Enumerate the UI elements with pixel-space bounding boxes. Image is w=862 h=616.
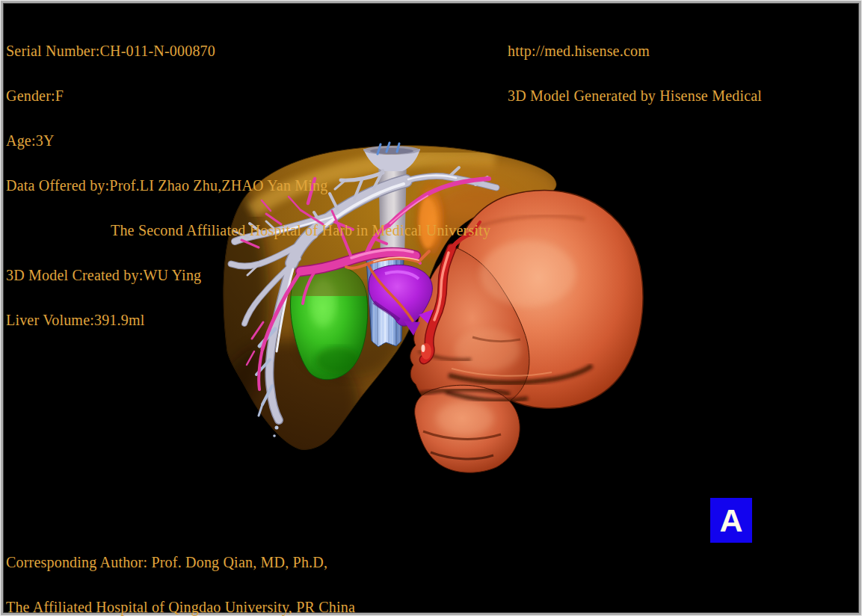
liver-volume-label: Liver Volume:391.9ml [6, 312, 490, 327]
vendor-url-label: http://med.hisense.com [508, 43, 762, 58]
age-label: Age:3Y [6, 133, 490, 148]
generated-by-label: 3D Model Generated by Hisense Medical [508, 88, 762, 103]
data-offered-by-label: Data Offered by:Prof.LI Zhao Zhu,ZHAO Ya… [6, 178, 490, 193]
model-created-by-label: 3D Model Created by:WU Ying [6, 268, 490, 283]
serial-number-label: Serial Number:CH-011-N-000870 [6, 43, 490, 58]
gender-label: Gender:F [6, 88, 490, 103]
orientation-marker-anterior[interactable]: A [710, 498, 752, 543]
footer-hospital-label: The Affiliated Hospital of Qingdao Unive… [6, 600, 561, 615]
vendor-info-block: http://med.hisense.com 3D Model Generate… [508, 13, 762, 133]
patient-info-block: Serial Number:CH-011-N-000870 Gender:F A… [6, 13, 490, 357]
footer-author-label: Corresponding Author: Prof. Dong Qian, M… [6, 555, 561, 570]
viewer-window: Serial Number:CH-011-N-000870 Gender:F A… [0, 0, 862, 616]
hospital-label: The Second Affiliated Hospital of Harb i… [6, 223, 490, 238]
footer-info-block: Corresponding Author: Prof. Dong Qian, M… [6, 525, 561, 616]
